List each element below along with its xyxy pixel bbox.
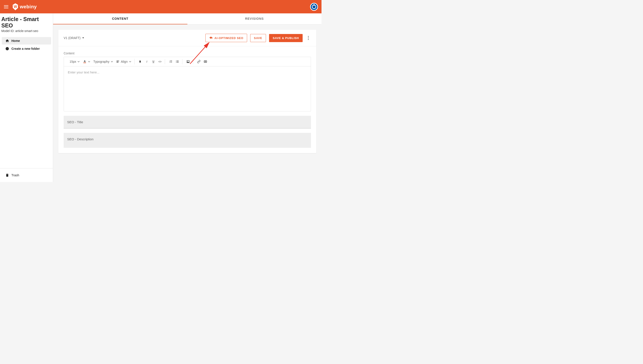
bold-icon [138,60,142,63]
unordered-list-button[interactable] [174,59,180,64]
typography-dropdown[interactable]: Typography [92,59,114,64]
sidebar-item-trash[interactable]: Trash [2,172,51,179]
chevron-down-icon [129,60,131,63]
sidebar-title: Article - Smart SEO [1,16,51,29]
quote-icon: 99 [204,60,207,63]
editor-actions: AI-OPTIMIZED SEO SAVE SAVE & PUBLISH [205,34,311,42]
model-id-label: Model ID: article-smart-seo [1,29,51,33]
seo-description-field[interactable]: SEO - Description [64,133,311,148]
home-icon [5,39,9,43]
sidebar-item-label: Create a new folder [12,47,40,50]
underline-button[interactable] [150,59,156,64]
version-label: V1 (DRAFT) [64,36,81,40]
unordered-list-icon [176,60,179,63]
sidebar-item-home[interactable]: Home [2,37,51,44]
editor-toolbar: 15px A Typography [64,57,311,66]
image-button[interactable] [185,59,191,64]
svg-text:99: 99 [204,61,206,62]
save-publish-button[interactable]: SAVE & PUBLISH [269,34,303,42]
main-layout: Article - Smart SEO Model ID: article-sm… [0,14,322,182]
align-dropdown[interactable]: Align [115,59,133,64]
top-bar-left: W webiny [4,3,37,10]
text-color-dropdown[interactable]: A [81,59,92,64]
svg-point-10 [176,62,176,62]
sidebar-header: Article - Smart SEO Model ID: article-sm… [0,14,53,35]
svg-point-11 [176,62,176,63]
chevron-down-icon [78,60,80,63]
content-area: CONTENT REVISIONS V1 (DRAFT) AI-OPTIMIZE… [53,14,322,182]
ordered-list-icon [169,60,172,63]
graduation-cap-icon [209,36,213,40]
sidebar-footer: Trash [0,168,53,182]
svg-point-12 [187,61,188,62]
logo-badge-icon: W [12,3,19,10]
editor-panel: V1 (DRAFT) AI-OPTIMIZED SEO SAVE SAVE & … [58,30,316,153]
save-button[interactable]: SAVE [250,34,266,42]
more-options-icon[interactable] [306,35,311,40]
quote-button[interactable]: 99 [202,59,208,64]
sidebar-item-label: Home [12,39,20,42]
svg-text:I: I [146,60,147,63]
trash-icon [5,173,9,177]
link-button[interactable] [196,59,202,64]
caret-down-icon [82,37,84,39]
svg-rect-7 [83,63,86,63]
sidebar-nav: Home Create a new folder [0,36,53,53]
link-icon [197,60,201,63]
plus-circle-icon [5,47,9,51]
svg-text:W: W [14,5,17,8]
editor-header: V1 (DRAFT) AI-OPTIMIZED SEO SAVE SAVE & … [58,30,316,46]
image-icon [186,60,190,63]
seo-title-label: SEO - Title [67,120,307,124]
version-dropdown[interactable]: V1 (DRAFT) [64,36,84,40]
align-icon [116,60,120,63]
ai-optimized-seo-button[interactable]: AI-OPTIMIZED SEO [205,34,247,42]
content-field-label: Content [64,52,311,55]
seo-description-label: SEO - Description [67,137,307,141]
font-size-dropdown[interactable]: 15px [68,59,81,64]
italic-button[interactable]: I [144,59,150,64]
brand-logo[interactable]: W webiny [12,3,37,10]
sidebar-item-create-folder[interactable]: Create a new folder [2,45,51,52]
code-button[interactable] [157,59,163,64]
text-color-icon: A [83,60,87,64]
ordered-list-button[interactable] [168,59,174,64]
sidebar: Article - Smart SEO Model ID: article-sm… [0,14,53,182]
italic-icon: I [145,60,149,63]
rich-text-editor: 15px A Typography [64,57,311,112]
hamburger-menu-icon[interactable] [4,4,9,10]
sidebar-trash-label: Trash [12,174,19,177]
bold-button[interactable] [137,59,143,64]
chevron-down-icon [88,60,90,63]
editor-body: Content 15px A [58,46,316,153]
top-bar: W webiny [0,0,322,14]
code-icon [158,60,162,63]
svg-text:A: A [84,60,86,63]
tabs: CONTENT REVISIONS [53,14,322,24]
seo-title-field[interactable]: SEO - Title [64,116,311,128]
content-textarea[interactable] [64,66,311,110]
user-avatar[interactable] [310,3,318,11]
tab-revisions[interactable]: REVISIONS [187,14,322,24]
svg-point-9 [176,60,176,61]
brand-name: webiny [20,4,37,10]
underline-icon [152,60,155,63]
tab-content[interactable]: CONTENT [53,14,187,24]
chevron-down-icon [111,60,113,63]
